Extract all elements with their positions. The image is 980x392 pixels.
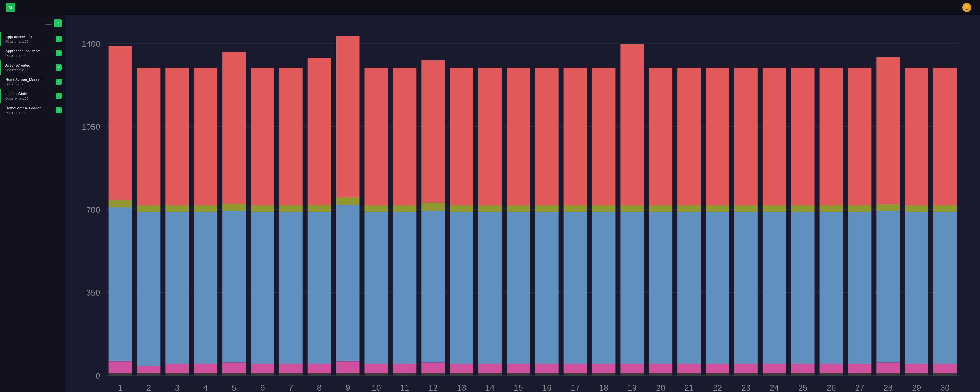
bar-segment[interactable]	[933, 68, 957, 205]
bar-segment[interactable]	[364, 68, 388, 205]
bar-segment[interactable]	[620, 205, 644, 212]
bar-segment[interactable]	[649, 212, 672, 363]
bar-segment[interactable]	[364, 373, 388, 376]
bar-segment[interactable]	[393, 68, 416, 205]
bar-segment[interactable]	[165, 212, 189, 363]
bar-segment[interactable]	[791, 68, 815, 205]
bar-segment[interactable]	[478, 373, 502, 376]
bar-segment[interactable]	[336, 197, 360, 205]
bar-segment[interactable]	[763, 68, 786, 205]
bar-segment[interactable]	[905, 373, 928, 376]
clear-button[interactable]	[45, 22, 52, 25]
bar-segment[interactable]	[791, 373, 815, 376]
event-checkbox[interactable]: ✓	[56, 78, 62, 85]
bar-segment[interactable]	[308, 364, 331, 373]
bar-segment[interactable]	[677, 212, 701, 363]
bar-segment[interactable]	[194, 205, 217, 212]
bar-segment[interactable]	[848, 205, 871, 212]
bar-segment[interactable]	[620, 212, 644, 363]
bar-segment[interactable]	[848, 373, 871, 376]
bar-segment[interactable]	[649, 68, 672, 205]
bar-segment[interactable]	[848, 68, 871, 205]
bar-segment[interactable]	[336, 373, 360, 376]
bar-segment[interactable]	[820, 364, 843, 373]
bar-segment[interactable]	[279, 373, 303, 376]
bar-segment[interactable]	[763, 212, 786, 363]
bar-segment[interactable]	[336, 205, 360, 361]
bar-segment[interactable]	[791, 212, 815, 363]
bar-segment[interactable]	[564, 212, 587, 363]
bar-segment[interactable]	[706, 205, 729, 212]
bar-segment[interactable]	[336, 361, 360, 373]
bar-segment[interactable]	[820, 68, 843, 205]
bar-segment[interactable]	[308, 58, 331, 205]
bar-segment[interactable]	[649, 205, 672, 212]
bar-segment[interactable]	[364, 212, 388, 363]
bar-segment[interactable]	[393, 212, 416, 363]
event-item[interactable]: HomeScreen_Mounted Occurrences: 30 ✓	[0, 75, 65, 89]
bar-segment[interactable]	[905, 205, 928, 212]
bar-segment[interactable]	[251, 364, 274, 373]
bar-segment[interactable]	[194, 68, 217, 205]
bar-segment[interactable]	[422, 60, 445, 203]
bar-segment[interactable]	[933, 212, 957, 363]
bar-segment[interactable]	[592, 212, 616, 363]
bar-segment[interactable]	[535, 364, 558, 373]
bar-segment[interactable]	[564, 205, 587, 212]
bar-segment[interactable]	[507, 373, 530, 376]
bar-segment[interactable]	[877, 57, 900, 204]
bar-segment[interactable]	[763, 205, 786, 212]
bar-segment[interactable]	[905, 364, 928, 373]
bar-segment[interactable]	[535, 212, 558, 363]
bar-segment[interactable]	[734, 364, 757, 373]
bar-segment[interactable]	[535, 373, 558, 376]
bar-segment[interactable]	[137, 68, 160, 205]
bar-segment[interactable]	[223, 211, 246, 362]
event-item[interactable]: ActivityCreated Occurrences: 30 ✓	[0, 60, 65, 75]
bar-segment[interactable]	[223, 52, 246, 204]
bar-segment[interactable]	[279, 205, 303, 212]
bar-segment[interactable]	[308, 373, 331, 376]
bar-segment[interactable]	[905, 212, 928, 363]
bar-segment[interactable]	[109, 207, 132, 362]
bar-segment[interactable]	[649, 373, 672, 376]
bar-segment[interactable]	[165, 364, 189, 373]
bar-segment[interactable]	[592, 373, 616, 376]
bar-segment[interactable]	[223, 204, 246, 211]
bar-segment[interactable]	[734, 373, 757, 376]
bar-segment[interactable]	[620, 373, 644, 376]
bar-segment[interactable]	[507, 212, 530, 363]
bar-segment[interactable]	[109, 373, 132, 376]
bar-segment[interactable]	[194, 212, 217, 363]
bar-segment[interactable]	[820, 373, 843, 376]
bar-segment[interactable]	[734, 205, 757, 212]
bar-segment[interactable]	[478, 212, 502, 363]
bar-segment[interactable]	[877, 204, 900, 211]
bar-segment[interactable]	[620, 364, 644, 373]
bar-segment[interactable]	[507, 364, 530, 373]
event-item[interactable]: HomeScreen_Loaded Occurrences: 30 ✓	[0, 103, 65, 117]
bar-segment[interactable]	[564, 373, 587, 376]
bar-segment[interactable]	[763, 373, 786, 376]
bar-segment[interactable]	[649, 364, 672, 373]
bar-segment[interactable]	[393, 205, 416, 212]
bar-segment[interactable]	[137, 212, 160, 366]
bar-segment[interactable]	[933, 373, 957, 376]
bar-segment[interactable]	[450, 205, 473, 212]
bar-segment[interactable]	[422, 211, 445, 362]
event-checkbox[interactable]: ✓	[56, 64, 62, 71]
bar-segment[interactable]	[706, 364, 729, 373]
bar-segment[interactable]	[165, 373, 189, 376]
event-checkbox[interactable]: ✓	[56, 107, 62, 113]
bar-segment[interactable]	[564, 68, 587, 205]
bar-segment[interactable]	[165, 205, 189, 212]
bar-segment[interactable]	[450, 68, 473, 205]
bar-segment[interactable]	[677, 364, 701, 373]
bar-segment[interactable]	[308, 212, 331, 363]
bar-segment[interactable]	[450, 212, 473, 363]
bar-segment[interactable]	[393, 373, 416, 376]
bar-segment[interactable]	[109, 361, 132, 373]
bar-segment[interactable]	[194, 364, 217, 373]
bar-segment[interactable]	[422, 373, 445, 376]
bar-segment[interactable]	[706, 373, 729, 376]
